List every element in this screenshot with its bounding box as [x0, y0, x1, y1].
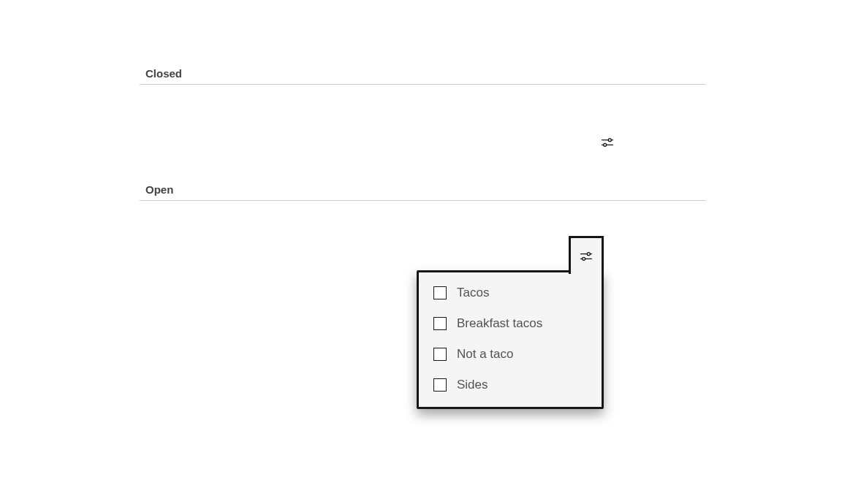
filter-option-label: Sides: [457, 378, 488, 392]
filter-option-breakfast-tacos[interactable]: Breakfast tacos: [433, 316, 584, 331]
filter-option-not-a-taco[interactable]: Not a taco: [433, 347, 584, 362]
svg-point-7: [583, 257, 585, 260]
checkbox-icon: [433, 286, 447, 299]
section-label-open: Open: [145, 183, 173, 196]
filter-option-label: Not a taco: [457, 347, 514, 362]
checkbox-icon: [433, 317, 447, 330]
filter-option-label: Tacos: [457, 286, 489, 300]
section-label-closed: Closed: [145, 67, 182, 80]
checkbox-icon: [433, 348, 447, 361]
filter-option-sides[interactable]: Sides: [433, 378, 584, 392]
filter-popover: Tacos Breakfast tacos Not a taco Sides: [417, 270, 604, 409]
checkbox-icon: [433, 378, 447, 392]
filter-toggle-open[interactable]: [569, 236, 604, 274]
filter-toggle-closed[interactable]: [599, 134, 616, 151]
svg-point-3: [604, 143, 607, 146]
settings-icon: [600, 135, 615, 150]
section-rule-open: [140, 200, 705, 201]
svg-point-5: [587, 252, 590, 255]
section-rule-closed: [140, 84, 705, 85]
settings-icon: [579, 249, 593, 264]
svg-point-1: [608, 139, 611, 142]
filter-option-label: Breakfast tacos: [457, 316, 542, 331]
filter-option-tacos[interactable]: Tacos: [433, 286, 584, 300]
filter-menu: Tacos Breakfast tacos Not a taco Sides: [419, 272, 602, 407]
